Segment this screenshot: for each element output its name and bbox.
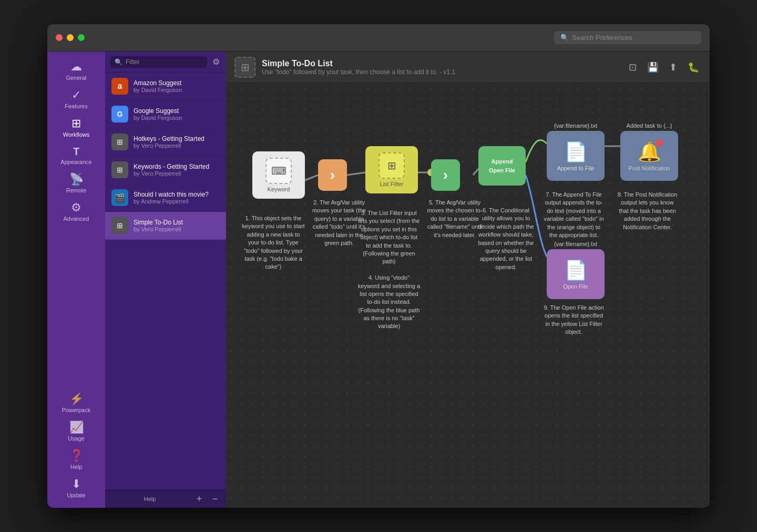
list-item[interactable]: a Amazon Suggest by David Ferguson	[105, 73, 226, 100]
add-workflow-button[interactable]: +	[193, 493, 205, 505]
sidebar-item-update[interactable]: ⬇ Update	[47, 474, 105, 503]
workflow-items: a Amazon Suggest by David Ferguson G Goo…	[105, 73, 226, 489]
workflow-action-btn-2[interactable]: 💾	[645, 59, 661, 75]
content-header: ⊞ Simple To-Do List Use "todo" followed …	[226, 52, 710, 83]
footer-help-label[interactable]: Help	[110, 496, 189, 502]
hotkeys-author: by Vero Pepperrell	[134, 142, 220, 149]
keywords-icon: ⊞	[111, 161, 128, 178]
search-icon: 🔍	[560, 34, 569, 42]
gear-button[interactable]: ⚙	[211, 56, 221, 68]
notification-label: Post Notification	[628, 165, 670, 171]
sidebar-item-appearance[interactable]: T Appearance	[47, 142, 105, 169]
amazon-icon: a	[111, 78, 128, 95]
list-filter-node[interactable]: ⊞ List Filter	[365, 146, 418, 193]
hotkeys-item-text: Hotkeys - Getting Started by Vero Pepper…	[134, 135, 220, 149]
arg-var-2-node[interactable]: ›	[431, 159, 460, 191]
append-label2: Open File	[489, 167, 515, 174]
main-window: 🔍 ☁ General ✓ Features ⊞ Workflows T App…	[47, 24, 710, 508]
keyword-node-label: Keyword	[268, 186, 290, 192]
sidebar-label-advanced: Advanced	[64, 216, 89, 222]
minimize-button[interactable]	[67, 34, 74, 41]
append-open-node[interactable]: Append Open File	[478, 146, 526, 186]
search-preferences-input[interactable]	[572, 34, 695, 42]
todo-icon: ⊞	[111, 217, 128, 234]
list-item[interactable]: G Google Suggest by David Ferguson	[105, 100, 226, 128]
list-item[interactable]: ⊞ Simple To-Do List by Vero Pepperrell	[105, 212, 226, 240]
workflow-list-footer: Help + −	[105, 489, 226, 508]
header-actions: ⊡ 💾 ⬆ 🐛	[627, 59, 701, 75]
workflow-large-icon: ⊞	[234, 57, 255, 78]
list-item[interactable]: 🎬 Should I watch this movie? by Andrew P…	[105, 184, 226, 212]
svg-line-1	[347, 172, 365, 175]
content-area: ⊞ Simple To-Do List Use "todo" followed …	[226, 52, 710, 508]
workflow-list: 🔍 ⚙ a Amazon Suggest by David Ferguson G	[105, 52, 226, 508]
traffic-lights	[56, 34, 85, 41]
todo-item-text: Simple To-Do List by Vero Pepperrell	[134, 219, 220, 232]
workflow-main-title: Simple To-Do List	[262, 59, 627, 68]
todo-author: by Vero Pepperrell	[134, 226, 220, 232]
append-file-node[interactable]: {var:filename}.txt 📄 Append to File	[547, 122, 605, 181]
general-icon: ☁	[70, 61, 82, 73]
todo-title: Simple To-Do List	[134, 219, 220, 226]
sidebar-label-powerpack: Powerpack	[62, 407, 90, 413]
fullscreen-button[interactable]	[78, 34, 85, 41]
append-file-filename: {var:filename}.txt	[554, 122, 597, 129]
notification-node[interactable]: Added task to {...} 🔔 Post Notification	[620, 122, 678, 181]
desc-append-open: 6. The Conditional utility allows you to…	[476, 207, 536, 271]
amazon-author: by David Ferguson	[134, 87, 220, 93]
notification-title-text: Added task to {...}	[627, 122, 672, 129]
desc-append-file: 7. The Append To File output appends the…	[544, 191, 604, 239]
list-filter-label: List Filter	[380, 181, 404, 187]
list-icon: ⊞	[387, 159, 396, 172]
sidebar-item-features[interactable]: ✓ Features	[47, 85, 105, 114]
list-item[interactable]: ⊞ Keywords - Getting Started by Vero Pep…	[105, 156, 226, 184]
open-file-filename: {var:filename}.txt	[554, 241, 597, 247]
search-preferences-input-wrap[interactable]: 🔍	[554, 31, 701, 44]
desc-arg2: 5. The Arg/Var utility moves the chosen …	[426, 199, 484, 239]
workflow-icon-symbol: ⊞	[241, 61, 250, 74]
keyboard-icon: ⌨	[271, 165, 287, 177]
keywords-item-text: Keywords - Getting Started by Vero Peppe…	[134, 163, 220, 177]
svg-line-0	[305, 175, 318, 180]
sidebar-label-remote: Remote	[66, 187, 87, 193]
help-icon: ❓	[69, 450, 84, 462]
update-icon: ⬇	[71, 478, 81, 490]
sidebar-item-help[interactable]: ❓ Help	[47, 446, 105, 474]
amazon-item-text: Amazon Suggest by David Ferguson	[134, 79, 220, 93]
main-layout: ☁ General ✓ Features ⊞ Workflows T Appea…	[47, 52, 710, 508]
remove-workflow-button[interactable]: −	[209, 493, 221, 505]
sidebar-item-remote[interactable]: 📡 Remote	[47, 169, 105, 198]
sidebar-item-usage[interactable]: 📈 Usage	[47, 417, 105, 446]
titlebar: 🔍	[47, 24, 710, 52]
sidebar-item-powerpack[interactable]: ⚡ Powerpack	[47, 389, 105, 417]
arg1-symbol: ›	[330, 167, 335, 183]
workflow-action-btn-4[interactable]: 🐛	[686, 59, 701, 75]
sidebar-item-advanced[interactable]: ⚙ Advanced	[47, 198, 105, 226]
canvas-area[interactable]: ⌨ Keyword ›	[226, 83, 710, 508]
keyword-node[interactable]: ⌨ Keyword	[252, 151, 305, 199]
list-filter-icon-area: ⊞	[378, 152, 405, 179]
canvas-inner: ⌨ Keyword ›	[237, 94, 710, 488]
filter-input[interactable]	[126, 58, 203, 66]
workflow-action-btn-1[interactable]: ⊡	[627, 59, 639, 75]
keywords-author: by Vero Pepperrell	[134, 170, 220, 177]
sidebar-item-general[interactable]: ☁ General	[47, 57, 105, 85]
sidebar-label-update: Update	[67, 492, 85, 498]
open-file-node[interactable]: {var:filename}.txt 📄 Open File	[547, 241, 605, 299]
close-button[interactable]	[56, 34, 63, 41]
workflow-action-btn-3[interactable]: ⬆	[667, 59, 679, 75]
sidebar-label-appearance: Appearance	[60, 159, 91, 165]
sidebar-item-workflows[interactable]: ⊞ Workflows	[47, 114, 105, 142]
svg-line-5	[473, 169, 478, 175]
workflows-icon: ⊞	[71, 118, 81, 129]
arg-var-1-node[interactable]: ›	[318, 159, 347, 191]
list-item[interactable]: ⊞ Hotkeys - Getting Started by Vero Pepp…	[105, 128, 226, 156]
powerpack-icon: ⚡	[69, 393, 84, 405]
google-item-text: Google Suggest by David Ferguson	[134, 107, 220, 121]
remote-icon: 📡	[69, 173, 84, 185]
filter-input-wrap[interactable]: 🔍	[110, 56, 207, 68]
hotkeys-icon: ⊞	[111, 134, 128, 150]
workflow-subtitle: Use "todo" followed by your task, then c…	[262, 68, 627, 76]
advanced-icon: ⚙	[71, 202, 81, 213]
append-file-label: Append to File	[557, 165, 595, 171]
